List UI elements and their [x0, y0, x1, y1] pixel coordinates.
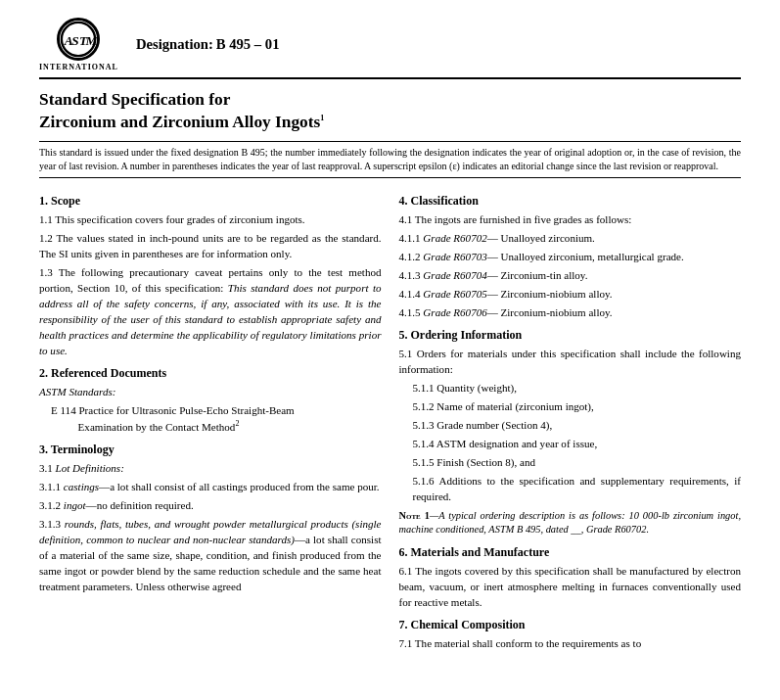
- class-p1: 4.1 The ingots are furnished in five gra…: [399, 211, 742, 227]
- referenced-docs-body: ASTM Standards: E 114 Practice for Ultra…: [39, 384, 382, 435]
- chemical-body: 7.1 The material shall conform to the re…: [399, 635, 742, 651]
- svg-text:M: M: [85, 33, 97, 48]
- intl-label: INTERNATIONAL: [39, 63, 118, 71]
- chem-p1: 7.1 The material shall conform to the re…: [399, 635, 742, 651]
- svg-text:S: S: [72, 33, 79, 48]
- classification-body: 4.1 The ingots are furnished in five gra…: [399, 211, 742, 320]
- main-title: Standard Specification for Zirconium and…: [39, 89, 741, 133]
- terminology-body: 3.1 Lot Definitions: 3.1.1 castings—a lo…: [39, 460, 382, 594]
- order-p2: 5.1.1 Quantity (weight),: [399, 380, 742, 396]
- term-p1: 3.1 Lot Definitions:: [39, 460, 382, 476]
- section-terminology: 3. Terminology 3.1 Lot Definitions: 3.1.…: [39, 443, 382, 594]
- class-p4: 4.1.3 Grade R60704— Zirconium-tin alloy.: [399, 267, 742, 283]
- terminology-title: 3. Terminology: [39, 443, 382, 457]
- left-column: 1. Scope 1.1 This specification covers f…: [39, 186, 382, 654]
- scope-body: 1.1 This specification covers four grade…: [39, 211, 382, 358]
- header: A S T M INTERNATIONAL Designation: B 495…: [39, 18, 741, 79]
- scope-p3: 1.3 The following precautionary caveat p…: [39, 264, 382, 358]
- ref-p1: ASTM Standards:: [39, 384, 382, 399]
- order-p3: 5.1.2 Name of material (zirconium ingot)…: [399, 398, 742, 414]
- note1: Note 1—A typical ordering description is…: [399, 509, 742, 537]
- referenced-docs-title: 2. Referenced Documents: [39, 366, 382, 381]
- class-p3: 4.1.2 Grade R60703— Unalloyed zirconium,…: [399, 249, 742, 264]
- term-p4: 3.1.3 rounds, flats, tubes, and wrought …: [39, 516, 382, 594]
- classification-title: 4. Classification: [399, 194, 742, 209]
- issuance-note: This standard is issued under the fixed …: [39, 141, 741, 178]
- class-p2: 4.1.1 Grade R60702— Unalloyed zirconium.: [399, 230, 742, 246]
- ordering-body: 5.1 Orders for materials under this spec…: [399, 346, 742, 537]
- title-superscript: 1: [320, 114, 324, 122]
- section-scope: 1. Scope 1.1 This specification covers f…: [39, 194, 382, 358]
- section-chemical: 7. Chemical Composition 7.1 The material…: [399, 618, 742, 651]
- order-p5: 5.1.4 ASTM designation and year of issue…: [399, 436, 742, 451]
- materials-title: 6. Materials and Manufacture: [399, 545, 742, 560]
- order-p1: 5.1 Orders for materials under this spec…: [399, 346, 742, 377]
- ordering-title: 5. Ordering Information: [399, 328, 742, 343]
- scope-p1: 1.1 This specification covers four grade…: [39, 211, 382, 227]
- mat-p1: 6.1 The ingots covered by this specifica…: [399, 563, 742, 610]
- order-p6: 5.1.5 Finish (Section 8), and: [399, 454, 742, 470]
- term-p3: 3.1.2 ingot—no definition required.: [39, 497, 382, 513]
- designation: Designation: B 495 – 01: [136, 36, 280, 53]
- class-p5: 4.1.4 Grade R60705— Zirconium-niobium al…: [399, 286, 742, 302]
- materials-body: 6.1 The ingots covered by this specifica…: [399, 563, 742, 610]
- scope-p2: 1.2 The values stated in inch-pound unit…: [39, 230, 382, 261]
- chemical-title: 7. Chemical Composition: [399, 618, 742, 632]
- order-p7: 5.1.6 Additions to the specification and…: [399, 473, 742, 504]
- logo-area: A S T M INTERNATIONAL: [39, 18, 118, 71]
- section-materials: 6. Materials and Manufacture 6.1 The ing…: [399, 545, 742, 610]
- scope-title: 1. Scope: [39, 194, 382, 209]
- right-column: 4. Classification 4.1 The ingots are fur…: [399, 186, 742, 654]
- section-ordering-info: 5. Ordering Information 5.1 Orders for m…: [399, 328, 742, 537]
- designation-label: Designation:: [136, 36, 213, 52]
- astm-logo: A S T M: [57, 18, 100, 61]
- two-column-layout: 1. Scope 1.1 This specification covers f…: [39, 186, 741, 654]
- ref-p2: E 114 Practice for Ultrasonic Pulse-Echo…: [39, 402, 382, 435]
- page: A S T M INTERNATIONAL Designation: B 495…: [0, 0, 780, 700]
- designation-value: B 495 – 01: [216, 36, 280, 52]
- section-classification: 4. Classification 4.1 The ingots are fur…: [399, 194, 742, 320]
- class-p6: 4.1.5 Grade R60706— Zirconium-niobium al…: [399, 304, 742, 320]
- title-section: Standard Specification for Zirconium and…: [39, 89, 741, 133]
- section-referenced-docs: 2. Referenced Documents ASTM Standards: …: [39, 366, 382, 435]
- order-p4: 5.1.3 Grade number (Section 4),: [399, 417, 742, 433]
- term-p2: 3.1.1 castings—a lot shall consist of al…: [39, 479, 382, 494]
